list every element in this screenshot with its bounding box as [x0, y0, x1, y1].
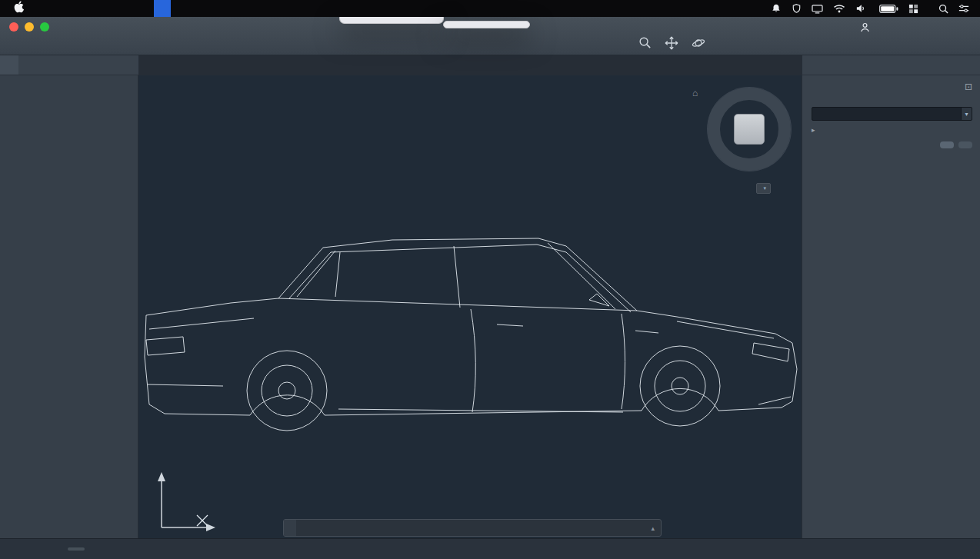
tab-overview-icon[interactable]	[138, 55, 158, 75]
status-bar	[0, 538, 980, 559]
window-controls	[9, 22, 49, 32]
drawing-tabs	[138, 55, 802, 75]
layout-tabs	[68, 547, 100, 551]
menubar-item-4[interactable]	[120, 0, 137, 17]
display-icon[interactable]	[812, 4, 823, 14]
filter-pill-2[interactable]	[958, 141, 972, 148]
watermark-text	[805, 36, 912, 40]
control-center-icon[interactable]	[958, 4, 969, 13]
pan-hand-icon[interactable]	[664, 36, 679, 53]
volume-icon[interactable]	[855, 4, 866, 13]
car-wireframe-drawing	[138, 75, 802, 538]
wifi-icon[interactable]	[833, 4, 845, 13]
apple-menu[interactable]	[0, 0, 35, 17]
orbit-icon[interactable]	[691, 36, 706, 53]
dock-panel-icon[interactable]: ⊡	[965, 82, 972, 92]
chevron-down-icon: ▾	[763, 185, 766, 191]
wcs-dropdown[interactable]: ▾	[756, 183, 771, 194]
menubar-item-8[interactable]	[188, 0, 205, 17]
navigation-tools	[637, 36, 706, 53]
watermark	[805, 38, 912, 38]
zoom-window-button[interactable]	[40, 22, 49, 32]
right-panel-tabs	[802, 55, 980, 75]
properties-filter	[935, 141, 972, 148]
layer-states-dropdown[interactable]: ▾	[812, 107, 972, 121]
command-expand-icon[interactable]: ▴	[651, 524, 661, 532]
login-button[interactable]	[860, 22, 874, 35]
tool-sets-palette	[0, 75, 138, 538]
battery-icon	[879, 5, 898, 13]
menubar-item-9[interactable]	[205, 0, 222, 17]
apple-icon	[13, 1, 24, 16]
input-source-icon[interactable]	[908, 4, 918, 14]
tool-sets-tabs	[0, 55, 138, 75]
command-line[interactable]: ▴	[283, 519, 662, 537]
show-layer-list[interactable]: ▸	[812, 126, 972, 134]
tool-sets-tab-1[interactable]	[18, 55, 37, 75]
screen: ⌂ ▾ ▴ ⊡	[0, 0, 980, 559]
menubar-item-10[interactable]	[222, 0, 238, 17]
search-icon[interactable]	[637, 36, 652, 53]
properties-panel: ⊡ ▾ ▸	[802, 75, 980, 538]
menubar-status-area	[771, 0, 980, 17]
menubar-item-2[interactable]	[86, 0, 103, 17]
crosshair-icon	[197, 515, 208, 526]
menubar-menus	[52, 0, 238, 17]
viewcube-home-icon[interactable]: ⌂	[692, 88, 698, 98]
minimize-window-button[interactable]	[25, 22, 34, 32]
tabs-row	[0, 55, 980, 75]
menubar-item-7[interactable]	[171, 0, 188, 17]
app-menu-title[interactable]	[35, 0, 52, 17]
disclosure-triangle-icon: ▸	[812, 126, 815, 134]
close-window-button[interactable]	[9, 22, 18, 32]
3d-modeling-submenu	[443, 21, 530, 28]
menubar-item-1[interactable]	[69, 0, 86, 17]
notification-icon[interactable]	[771, 3, 782, 14]
ucs-icon	[158, 472, 215, 531]
filter-pill-1[interactable]	[940, 141, 954, 148]
chevron-down-icon[interactable]: ▾	[961, 108, 972, 120]
battery-indicator[interactable]	[876, 5, 898, 13]
security-shield-icon[interactable]	[792, 3, 802, 14]
menubar-item-0[interactable]	[52, 0, 69, 17]
viewcube[interactable]: ⌂	[705, 85, 794, 174]
model-tab[interactable]	[68, 547, 85, 551]
user-icon	[860, 22, 870, 35]
drawing-canvas[interactable]: ⌂ ▾ ▴	[138, 75, 802, 538]
viewcube-top-face[interactable]	[734, 114, 765, 145]
command-prompt	[284, 520, 296, 536]
draw-menu	[339, 17, 444, 24]
macos-menubar	[0, 0, 980, 17]
menubar-item-3[interactable]	[103, 0, 120, 17]
menubar-item-5[interactable]	[137, 0, 154, 17]
main-area: ⌂ ▾ ▴ ⊡	[0, 75, 980, 538]
menubar-item-6[interactable]	[154, 0, 171, 17]
spotlight-icon[interactable]	[938, 4, 948, 14]
tool-sets-tab-0[interactable]	[0, 55, 18, 75]
